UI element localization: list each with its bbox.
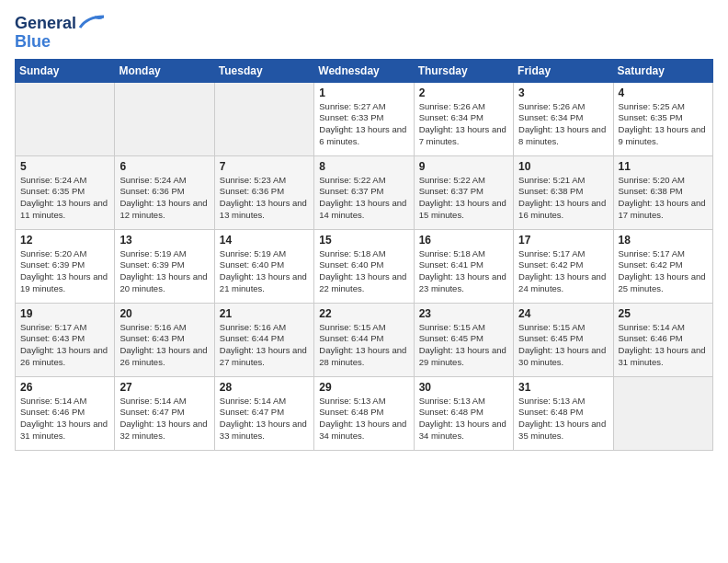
calendar-cell: 12Sunrise: 5:20 AM Sunset: 6:39 PM Dayli… (16, 229, 115, 303)
cell-content: Sunrise: 5:17 AM Sunset: 6:42 PM Dayligh… (518, 248, 608, 295)
calendar-week-5: 26Sunrise: 5:14 AM Sunset: 6:46 PM Dayli… (16, 376, 713, 450)
calendar-cell: 27Sunrise: 5:14 AM Sunset: 6:47 PM Dayli… (115, 376, 214, 450)
calendar-cell: 5Sunrise: 5:24 AM Sunset: 6:35 PM Daylig… (16, 155, 115, 229)
cell-content: Sunrise: 5:15 AM Sunset: 6:44 PM Dayligh… (319, 322, 408, 369)
day-number: 18 (619, 234, 708, 247)
calendar-cell: 17Sunrise: 5:17 AM Sunset: 6:42 PM Dayli… (514, 229, 613, 303)
day-number: 25 (619, 307, 708, 320)
calendar-cell: 18Sunrise: 5:17 AM Sunset: 6:42 PM Dayli… (613, 229, 712, 303)
calendar-cell: 11Sunrise: 5:20 AM Sunset: 6:38 PM Dayli… (613, 155, 712, 229)
day-number: 19 (20, 307, 109, 320)
cell-content: Sunrise: 5:14 AM Sunset: 6:47 PM Dayligh… (119, 396, 209, 442)
calendar-cell: 6Sunrise: 5:24 AM Sunset: 6:36 PM Daylig… (115, 155, 214, 229)
weekday-header-wednesday: Wednesday (314, 59, 414, 82)
logo-bird-icon (78, 15, 104, 29)
calendar-cell (115, 82, 214, 155)
cell-content: Sunrise: 5:20 AM Sunset: 6:38 PM Dayligh… (619, 175, 708, 222)
calendar-cell: 30Sunrise: 5:13 AM Sunset: 6:48 PM Dayli… (414, 376, 513, 450)
calendar-cell: 29Sunrise: 5:13 AM Sunset: 6:48 PM Dayli… (314, 376, 414, 450)
day-number: 31 (518, 381, 608, 394)
day-number: 9 (419, 160, 508, 173)
header: General Blue (15, 15, 713, 52)
day-number: 2 (419, 86, 508, 99)
day-number: 15 (319, 234, 408, 247)
day-number: 6 (119, 160, 209, 173)
cell-content: Sunrise: 5:17 AM Sunset: 6:43 PM Dayligh… (20, 322, 109, 369)
cell-content: Sunrise: 5:24 AM Sunset: 6:35 PM Dayligh… (20, 175, 109, 222)
day-number: 20 (119, 307, 209, 320)
day-number: 30 (419, 381, 508, 394)
cell-content: Sunrise: 5:20 AM Sunset: 6:39 PM Dayligh… (20, 248, 109, 295)
day-number: 28 (220, 381, 309, 394)
cell-content: Sunrise: 5:23 AM Sunset: 6:36 PM Dayligh… (220, 175, 309, 222)
weekday-header-saturday: Saturday (613, 59, 712, 82)
day-number: 21 (220, 307, 309, 320)
cell-content: Sunrise: 5:15 AM Sunset: 6:45 PM Dayligh… (518, 322, 608, 369)
cell-content: Sunrise: 5:25 AM Sunset: 6:35 PM Dayligh… (619, 101, 708, 148)
calendar-cell: 20Sunrise: 5:16 AM Sunset: 6:43 PM Dayli… (115, 303, 214, 376)
calendar-table: SundayMondayTuesdayWednesdayThursdayFrid… (15, 59, 713, 451)
cell-content: Sunrise: 5:13 AM Sunset: 6:48 PM Dayligh… (319, 396, 408, 442)
day-number: 29 (319, 381, 408, 394)
calendar-week-3: 12Sunrise: 5:20 AM Sunset: 6:39 PM Dayli… (16, 229, 713, 303)
cell-content: Sunrise: 5:26 AM Sunset: 6:34 PM Dayligh… (518, 101, 608, 148)
cell-content: Sunrise: 5:14 AM Sunset: 6:46 PM Dayligh… (619, 322, 708, 369)
day-number: 10 (518, 160, 608, 173)
calendar-cell: 23Sunrise: 5:15 AM Sunset: 6:45 PM Dayli… (414, 303, 513, 376)
day-number: 4 (619, 86, 708, 99)
cell-content: Sunrise: 5:19 AM Sunset: 6:39 PM Dayligh… (119, 248, 209, 295)
calendar-cell: 7Sunrise: 5:23 AM Sunset: 6:36 PM Daylig… (214, 155, 313, 229)
cell-content: Sunrise: 5:14 AM Sunset: 6:46 PM Dayligh… (20, 396, 109, 442)
day-number: 7 (220, 160, 309, 173)
calendar-cell: 19Sunrise: 5:17 AM Sunset: 6:43 PM Dayli… (16, 303, 115, 376)
day-number: 1 (319, 86, 408, 99)
weekday-header-tuesday: Tuesday (214, 59, 313, 82)
day-number: 8 (319, 160, 408, 173)
cell-content: Sunrise: 5:22 AM Sunset: 6:37 PM Dayligh… (319, 175, 408, 222)
calendar-week-1: 1Sunrise: 5:27 AM Sunset: 6:33 PM Daylig… (16, 82, 713, 155)
logo-blue-text: Blue (15, 33, 51, 52)
calendar-cell: 24Sunrise: 5:15 AM Sunset: 6:45 PM Dayli… (514, 303, 613, 376)
cell-content: Sunrise: 5:24 AM Sunset: 6:36 PM Dayligh… (119, 175, 209, 222)
day-number: 3 (518, 86, 608, 99)
cell-content: Sunrise: 5:13 AM Sunset: 6:48 PM Dayligh… (419, 396, 508, 442)
calendar-cell: 13Sunrise: 5:19 AM Sunset: 6:39 PM Dayli… (115, 229, 214, 303)
calendar-cell: 14Sunrise: 5:19 AM Sunset: 6:40 PM Dayli… (214, 229, 313, 303)
weekday-header-monday: Monday (115, 59, 214, 82)
calendar-cell: 25Sunrise: 5:14 AM Sunset: 6:46 PM Dayli… (613, 303, 712, 376)
calendar-cell: 21Sunrise: 5:16 AM Sunset: 6:44 PM Dayli… (214, 303, 313, 376)
day-number: 13 (119, 234, 209, 247)
cell-content: Sunrise: 5:18 AM Sunset: 6:40 PM Dayligh… (319, 248, 408, 295)
calendar-cell: 28Sunrise: 5:14 AM Sunset: 6:47 PM Dayli… (214, 376, 313, 450)
calendar-cell: 9Sunrise: 5:22 AM Sunset: 6:37 PM Daylig… (414, 155, 513, 229)
calendar-cell: 2Sunrise: 5:26 AM Sunset: 6:34 PM Daylig… (414, 82, 513, 155)
day-number: 26 (20, 381, 109, 394)
calendar-week-2: 5Sunrise: 5:24 AM Sunset: 6:35 PM Daylig… (16, 155, 713, 229)
cell-content: Sunrise: 5:19 AM Sunset: 6:40 PM Dayligh… (220, 248, 309, 295)
cell-content: Sunrise: 5:21 AM Sunset: 6:38 PM Dayligh… (518, 175, 608, 222)
calendar-cell (16, 82, 115, 155)
day-number: 23 (419, 307, 508, 320)
cell-content: Sunrise: 5:15 AM Sunset: 6:45 PM Dayligh… (419, 322, 508, 369)
cell-content: Sunrise: 5:16 AM Sunset: 6:43 PM Dayligh… (119, 322, 209, 369)
day-number: 12 (20, 234, 109, 247)
day-number: 5 (20, 160, 109, 173)
weekday-header-friday: Friday (514, 59, 613, 82)
calendar-cell: 22Sunrise: 5:15 AM Sunset: 6:44 PM Dayli… (314, 303, 414, 376)
day-number: 24 (518, 307, 608, 320)
calendar-cell (613, 376, 712, 450)
calendar-cell: 15Sunrise: 5:18 AM Sunset: 6:40 PM Dayli… (314, 229, 414, 303)
cell-content: Sunrise: 5:22 AM Sunset: 6:37 PM Dayligh… (419, 175, 508, 222)
cell-content: Sunrise: 5:18 AM Sunset: 6:41 PM Dayligh… (419, 248, 508, 295)
calendar-cell: 4Sunrise: 5:25 AM Sunset: 6:35 PM Daylig… (613, 82, 712, 155)
day-number: 14 (220, 234, 309, 247)
day-number: 16 (419, 234, 508, 247)
cell-content: Sunrise: 5:16 AM Sunset: 6:44 PM Dayligh… (220, 322, 309, 369)
calendar-cell (214, 82, 313, 155)
calendar-cell: 1Sunrise: 5:27 AM Sunset: 6:33 PM Daylig… (314, 82, 414, 155)
cell-content: Sunrise: 5:14 AM Sunset: 6:47 PM Dayligh… (220, 396, 309, 442)
calendar-cell: 26Sunrise: 5:14 AM Sunset: 6:46 PM Dayli… (16, 376, 115, 450)
calendar-week-4: 19Sunrise: 5:17 AM Sunset: 6:43 PM Dayli… (16, 303, 713, 376)
cell-content: Sunrise: 5:13 AM Sunset: 6:48 PM Dayligh… (518, 396, 608, 442)
day-number: 22 (319, 307, 408, 320)
